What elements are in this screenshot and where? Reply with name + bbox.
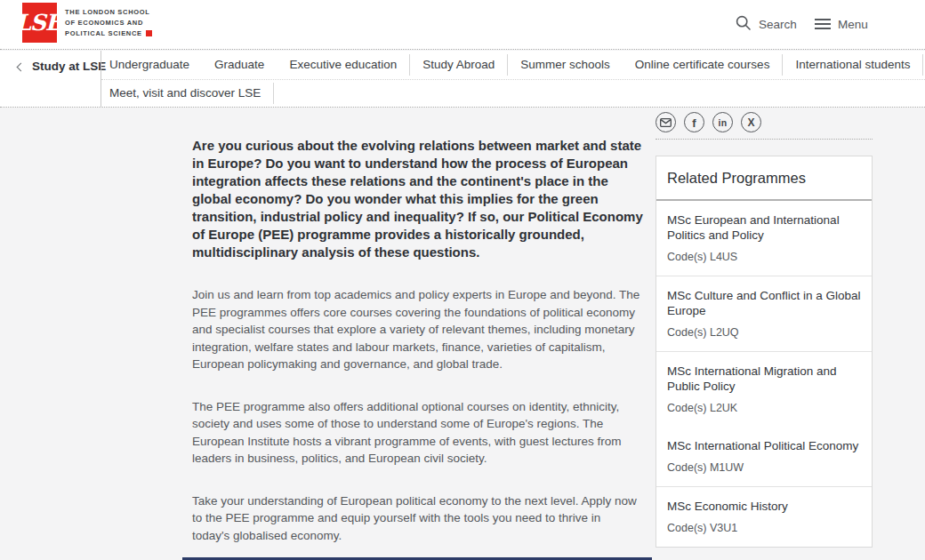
linkedin-glyph: in (719, 117, 728, 128)
chevron-left-icon (17, 62, 26, 71)
facebook-share-icon[interactable]: f (684, 112, 704, 132)
nav-item[interactable]: Undergraduate (109, 54, 202, 76)
share-icons-row: f in X (656, 108, 873, 140)
programme-code: Code(s) L2UK (667, 402, 861, 414)
wordmark-line-2: of Economics and (65, 19, 143, 27)
search-icon (736, 15, 752, 34)
body-paragraph-3: Take your understanding of European poli… (192, 492, 640, 545)
wordmark-line-3: Political Science (65, 29, 142, 37)
facebook-glyph: f (692, 116, 696, 130)
nav-row-1: Undergraduate Graduate Executive educati… (101, 51, 925, 80)
search-label: Search (759, 18, 797, 31)
programme-list-item[interactable]: MSc European and International Politics … (656, 201, 872, 276)
related-programmes-box: Related Programmes MSc European and Inte… (656, 156, 873, 548)
programme-title: MSc Culture and Conflict in a Global Eur… (667, 288, 861, 318)
programme-code: Code(s) M1UW (667, 461, 861, 474)
intro-paragraph: Are you curious about the evolving relat… (192, 137, 644, 261)
programme-title: MSc Economic History (667, 499, 861, 514)
nav-item[interactable]: International students (783, 54, 923, 76)
programme-code: Code(s) V3U1 (667, 522, 861, 534)
nav-item[interactable]: Online certificate courses (623, 54, 784, 76)
nav-row-2: Meet, visit and discover LSE (101, 80, 925, 107)
nav-item[interactable]: Summer schools (508, 54, 623, 76)
programme-list-item[interactable]: MSc International Migration and Public P… (656, 352, 872, 427)
body-paragraph-2: The PEE programme also offers additional… (192, 398, 640, 468)
wordmark-line-1: The London School (65, 8, 150, 16)
x-share-icon[interactable]: X (741, 112, 761, 132)
red-square-icon (146, 30, 152, 36)
section-nav: Study at LSE Undergraduate Graduate Exec… (0, 51, 925, 108)
programme-list: MSc European and International Politics … (656, 201, 872, 547)
nav-item[interactable]: Meet, visit and discover LSE (109, 83, 274, 104)
programme-list-item[interactable]: MSc Culture and Conflict in a Global Eur… (656, 276, 872, 352)
nav-item[interactable]: Study Abroad (410, 54, 508, 76)
sidebar: f in X Related Programmes MSc European a… (656, 108, 873, 548)
linkedin-share-icon[interactable]: in (712, 112, 733, 132)
lse-logo-text: LSE (15, 10, 61, 36)
nav-rows: Undergraduate Graduate Executive educati… (101, 51, 925, 107)
body-paragraph-1: Join us and learn from top academics and… (192, 286, 640, 373)
main-content: Are you curious about the evolving relat… (192, 108, 648, 560)
x-glyph: X (747, 116, 754, 129)
nav-item[interactable]: Graduate (202, 54, 277, 76)
search-button[interactable]: Search (736, 12, 797, 36)
programme-list-item[interactable]: MSc International Political Economy Code… (656, 427, 872, 487)
programme-title: MSc International Migration and Public P… (667, 364, 861, 394)
back-link-label: Study at LSE (32, 60, 106, 73)
programme-title: MSc European and International Politics … (667, 212, 861, 243)
nav-item[interactable]: Executive education (277, 54, 410, 76)
programme-list-item[interactable]: MSc Economic History Code(s) V3U1 (656, 487, 872, 547)
site-header: LSE The London School of Economics and P… (0, 0, 925, 50)
menu-label: Menu (838, 18, 868, 31)
related-programmes-title: Related Programmes (656, 156, 872, 187)
programme-code: Code(s) L2UQ (667, 326, 861, 339)
menu-button[interactable]: Menu (815, 12, 868, 36)
programme-title: MSc International Political Economy (667, 438, 861, 453)
lse-wordmark: The London School of Economics and Polit… (65, 7, 152, 39)
hamburger-menu-icon (815, 19, 831, 29)
lse-logo[interactable]: LSE (22, 3, 57, 43)
back-link-study-at-lse[interactable]: Study at LSE (18, 60, 106, 73)
programme-code: Code(s) L4US (667, 251, 861, 263)
email-share-icon[interactable] (656, 112, 676, 132)
